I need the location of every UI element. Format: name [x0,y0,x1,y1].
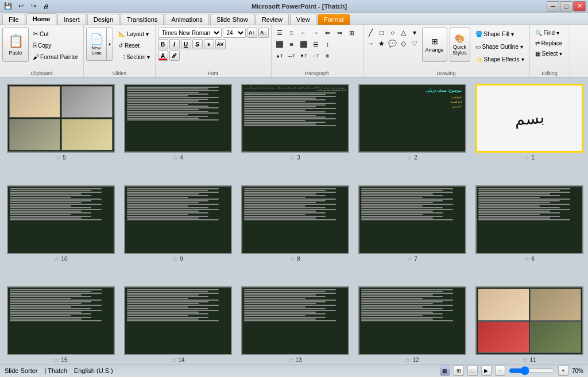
cut-button[interactable]: ✂ Cut [30,29,81,39]
slide-thumb-7[interactable]: ☆ 7 [356,185,469,282]
maximize-button[interactable]: □ [560,1,572,11]
slide-thumb-5[interactable]: ☆ 5 [5,84,117,181]
highlight-button[interactable]: 🖊 [169,50,180,61]
shape-effects-button[interactable]: ✨ Shape Effects ▾ [473,54,527,64]
slide-frame-15[interactable] [7,286,115,355]
slide-thumb-2[interactable]: موضوع: صدف دریایی نام فقیر: قبه کسید: نا… [356,84,469,181]
align-left-button[interactable]: ⬛ [274,39,285,49]
print-button[interactable]: 🖨 [40,1,52,11]
char-spacing-button[interactable]: AV [215,39,226,49]
save-button[interactable]: 💾 [2,1,14,11]
undo-button[interactable]: ↩ [15,1,26,11]
tab-animations[interactable]: Animations [165,14,208,25]
replace-button[interactable]: ⇄ Replace [532,38,566,48]
close-button[interactable]: ✕ [573,1,586,11]
format-painter-button[interactable]: 🖌 Format Painter [30,52,81,62]
find-button[interactable]: 🔍 Find ▾ [532,28,562,38]
section-button[interactable]: 📑 Section ▾ [115,52,152,62]
arrange-button[interactable]: ⊞ Arrange [422,28,447,62]
align-center-button[interactable]: ≡ [286,39,297,49]
reset-button[interactable]: ↺ Reset [115,40,152,50]
smart-art-button[interactable]: ⊕ [322,50,334,61]
font-color-button[interactable]: A [158,50,168,61]
columns-button[interactable]: ⊞ [346,28,358,38]
bullets-button[interactable]: ☰ [274,28,285,38]
normal-view-button[interactable]: ▦ [440,366,450,376]
paste-button[interactable]: 📋 Paste [2,28,29,62]
slide-sorter-button[interactable]: ⊞ [454,366,464,376]
slide-frame-1[interactable]: بسم [475,84,583,153]
font-family-select[interactable]: Times New Roman [158,28,222,38]
redo-button[interactable]: ↪ [28,1,39,11]
shape-triangle[interactable]: △ [399,28,409,38]
slide-frame-3[interactable]: صدفها واسطه های دریایی داری بدانید آنانک… [241,84,349,153]
shape-oval[interactable]: ○ [388,28,398,38]
slide-frame-10[interactable] [7,185,115,254]
slide-thumb-1[interactable]: بسم ☆ 1 [473,84,586,181]
font-grow-button[interactable]: A↑ [247,28,257,38]
slide-frame-6[interactable] [475,185,583,254]
slide-frame-2[interactable]: موضوع: صدف دریایی نام فقیر: قبه کسید: نا… [358,84,466,153]
zoom-slider[interactable] [509,367,555,374]
align-right-button[interactable]: ⬛ [298,39,310,49]
reading-view-button[interactable]: 📖 [467,366,478,376]
shape-star[interactable]: ★ [377,38,387,49]
ltr-button[interactable]: ⇒ [334,28,346,38]
new-slide-button[interactable]: 📄 NewSlide [87,28,107,60]
tab-design[interactable]: Design [87,14,119,25]
bold-button[interactable]: B [158,39,168,49]
shape-rect[interactable]: □ [377,28,387,38]
slide-frame-14[interactable] [124,286,232,355]
align-top-button[interactable]: ▲T [274,50,285,61]
indent-decrease-button[interactable]: ← [298,28,310,38]
slide-thumb-4[interactable]: ☆ 4 [122,84,234,181]
copy-button[interactable]: ⎘ Copy [30,40,81,50]
tab-review[interactable]: Review [256,14,289,25]
underline-button[interactable]: U [181,39,191,49]
minimize-button[interactable]: ─ [547,1,559,11]
select-button[interactable]: ▦ Select ▾ [532,48,566,59]
shape-diamond[interactable]: ◇ [399,38,409,49]
numbering-button[interactable]: ≡ [286,28,297,38]
slide-frame-11[interactable] [475,286,583,355]
tab-view[interactable]: View [290,14,316,25]
shadow-button[interactable]: s [204,39,214,49]
quick-styles-button[interactable]: 🎨 QuickStyles [450,28,470,62]
slide-thumb-6[interactable]: ☆ 6 [473,185,586,282]
font-size-select[interactable]: 24 [223,28,246,38]
zoom-in-button[interactable]: + [558,366,568,376]
indent-increase-button[interactable]: → [310,28,322,38]
shape-callout[interactable]: 💬 [388,38,398,49]
rtl-button[interactable]: ⇐ [322,28,334,38]
line-spacing-button[interactable]: ↕ [322,39,334,49]
slide-thumb-8[interactable]: ☆ 8 [239,185,351,282]
tab-transitions[interactable]: Transitions [121,14,164,25]
shape-fill-button[interactable]: 🪣 Shape Fill ▾ [473,29,527,39]
tab-file[interactable]: File [2,14,25,25]
slide-thumb-3[interactable]: صدفها واسطه های دریایی داری بدانید آنانک… [239,84,351,181]
text-direction-button[interactable]: ↔T [310,50,322,61]
slide-frame-5[interactable] [7,84,115,153]
tab-format[interactable]: Format [318,14,350,25]
shape-outline-button[interactable]: ▭ Shape Outline ▾ [473,41,527,52]
new-slide-dropdown[interactable]: ▾ [107,28,113,60]
shape-arrow[interactable]: → [366,38,376,49]
italic-button[interactable]: I [169,39,180,49]
tab-slideshow[interactable]: Slide Show [210,14,254,25]
slide-frame-13[interactable] [241,286,349,355]
zoom-out-button[interactable]: − [495,366,505,376]
shape-line[interactable]: ╱ [366,28,376,38]
shape-heart[interactable]: ♡ [409,38,420,49]
slide-frame-8[interactable] [241,185,349,254]
slideshow-button[interactable]: ▶ [481,366,492,376]
justify-button[interactable]: ☰ [310,39,322,49]
layout-button[interactable]: 📐 Layout ▾ [115,29,152,39]
align-middle-button[interactable]: —T [286,50,297,61]
slide-frame-9[interactable] [124,185,232,254]
align-bottom-button[interactable]: ▼T [298,50,310,61]
slide-frame-7[interactable] [358,185,466,254]
tab-insert[interactable]: Insert [57,14,86,25]
tab-home[interactable]: Home [26,13,57,25]
slide-frame-4[interactable] [124,84,232,153]
shape-more[interactable]: ▾ [409,28,420,38]
